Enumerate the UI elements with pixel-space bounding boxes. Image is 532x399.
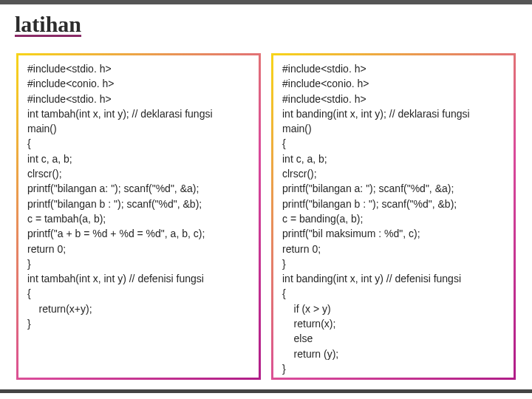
code-left: #include<stdio. h> #include<conio. h> #i…: [27, 61, 250, 331]
code-panels: #include<stdio. h> #include<conio. h> #i…: [16, 53, 516, 380]
code-right: #include<stdio. h> #include<conio. h> #i…: [282, 61, 505, 376]
slide-title: latihan: [15, 13, 81, 35]
bottom-rule: [0, 389, 532, 393]
top-rule: [0, 0, 532, 4]
code-panel-right: #include<stdio. h> #include<conio. h> #i…: [271, 53, 516, 380]
slide-stage: latihan #include<stdio. h> #include<coni…: [0, 0, 532, 399]
code-panel-left: #include<stdio. h> #include<conio. h> #i…: [16, 53, 261, 380]
